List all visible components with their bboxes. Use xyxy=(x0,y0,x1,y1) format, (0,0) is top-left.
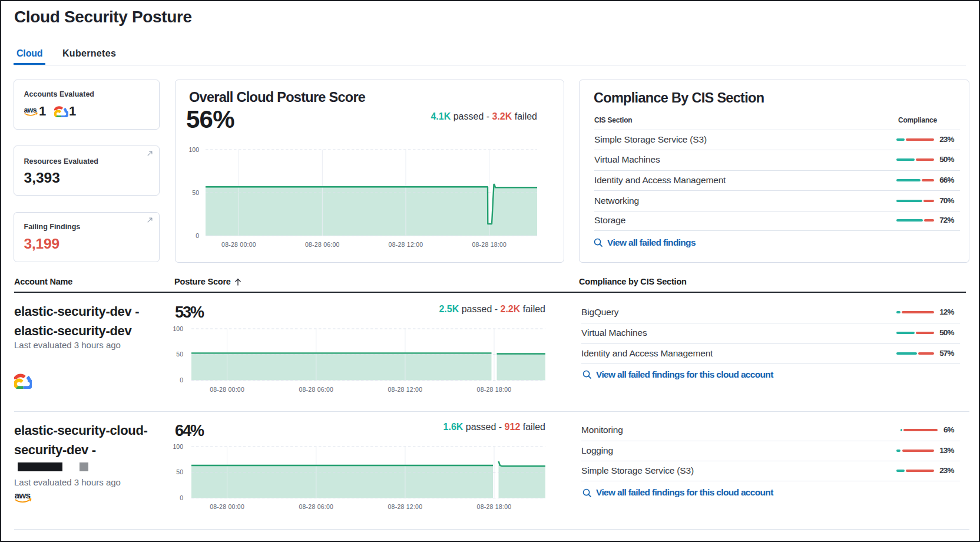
svg-text:08-28 12:00: 08-28 12:00 xyxy=(389,241,423,248)
svg-text:08-28 00:00: 08-28 00:00 xyxy=(210,503,244,510)
svg-text:50: 50 xyxy=(192,189,199,196)
svg-text:100: 100 xyxy=(173,325,183,332)
svg-text:50: 50 xyxy=(176,468,183,475)
svg-text:08-28 00:00: 08-28 00:00 xyxy=(221,241,256,248)
svg-text:aws: aws xyxy=(24,106,37,114)
svg-text:08-28 06:00: 08-28 06:00 xyxy=(299,386,333,393)
svg-text:0: 0 xyxy=(180,494,183,501)
svg-text:0: 0 xyxy=(196,232,199,239)
svg-text:08-28 12:00: 08-28 12:00 xyxy=(388,386,422,393)
svg-text:100: 100 xyxy=(173,443,183,450)
svg-text:0: 0 xyxy=(180,376,183,384)
svg-text:08-28 18:00: 08-28 18:00 xyxy=(472,241,506,248)
svg-text:08-28 06:00: 08-28 06:00 xyxy=(299,503,333,510)
svg-text:100: 100 xyxy=(188,146,199,153)
svg-text:50: 50 xyxy=(176,351,183,358)
svg-text:08-28 12:00: 08-28 12:00 xyxy=(388,503,422,510)
svg-text:08-28 00:00: 08-28 00:00 xyxy=(210,386,244,393)
svg-text:08-28 06:00: 08-28 06:00 xyxy=(305,241,340,248)
svg-text:aws: aws xyxy=(15,490,31,500)
svg-text:08-28 18:00: 08-28 18:00 xyxy=(477,503,512,510)
svg-text:08-28 18:00: 08-28 18:00 xyxy=(477,386,512,393)
